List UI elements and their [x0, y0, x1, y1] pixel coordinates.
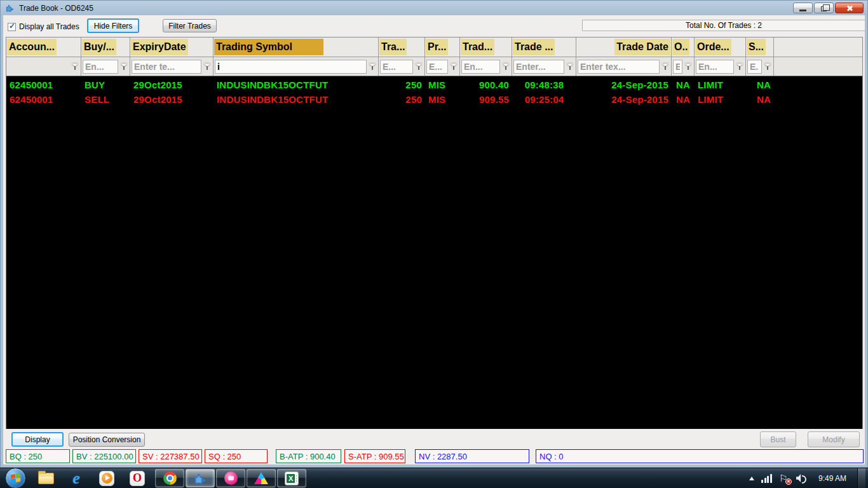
filter-cell-account	[6, 57, 81, 76]
filter-funnel-icon[interactable]	[502, 63, 510, 71]
filter-funnel-icon[interactable]	[684, 63, 693, 71]
minimize-button[interactable]	[793, 3, 813, 13]
status-bar: BQ : 250 BV : 225100.00 SV : 227387.50 S…	[3, 449, 865, 464]
filter-input-traded-qty[interactable]	[380, 60, 413, 74]
col-header-trade-price[interactable]: Trad...	[460, 37, 512, 57]
col-header-trading-symbol[interactable]: Trading Symbol	[214, 37, 379, 57]
filter-cell-buysell	[81, 57, 130, 76]
taskbar-trade-app-button[interactable]	[186, 469, 215, 487]
close-button[interactable]	[835, 3, 864, 13]
cell-expirydate: 29Oct2015	[130, 94, 214, 105]
status-sv: SV : 227387.50	[139, 449, 202, 463]
filter-cell-trading-symbol	[214, 57, 379, 76]
show-hidden-icons-button[interactable]	[749, 477, 754, 480]
trade-row-sell[interactable]: 62450001 SELL 29Oct2015 INDUSINDBK15OCTF…	[6, 92, 862, 107]
status-nv: NV : 2287.50	[415, 449, 529, 463]
start-button[interactable]	[5, 468, 26, 488]
taskbar-media-player-button[interactable]	[98, 470, 115, 487]
cell-order-type: LIMIT	[695, 79, 746, 90]
col-header-o[interactable]: O..	[672, 37, 695, 57]
filter-input-buysell[interactable]	[83, 60, 118, 74]
cell-buysell: BUY	[81, 79, 130, 90]
taskbar-excel-button[interactable]: X	[277, 469, 306, 487]
filter-input-product[interactable]	[426, 60, 448, 74]
status-sq: SQ : 250	[205, 449, 268, 463]
system-tray: ⚐✕ 9:49 AM	[749, 468, 868, 488]
cell-expirydate: 29Oct2015	[130, 79, 214, 90]
col-header-account[interactable]: Accoun...	[6, 37, 81, 57]
filter-funnel-icon[interactable]	[203, 63, 212, 71]
restore-button[interactable]	[814, 3, 834, 13]
filter-funnel-icon[interactable]	[764, 63, 772, 71]
cell-trading-symbol: INDUSINDBK15OCTFUT	[214, 79, 379, 90]
filter-funnel-icon[interactable]	[566, 63, 574, 71]
hide-filters-button[interactable]: Hide Filters	[87, 18, 139, 33]
folder-icon	[38, 473, 54, 484]
filter-funnel-icon[interactable]	[369, 63, 377, 71]
col-header-buysell[interactable]: Buy/...	[81, 37, 130, 57]
position-conversion-button[interactable]: Position Conversion	[69, 433, 145, 447]
filter-input-s[interactable]	[747, 60, 762, 74]
col-header-traded-qty[interactable]: Tra...	[379, 37, 425, 57]
media-player-icon	[99, 471, 114, 486]
col-header-product[interactable]: Pr...	[425, 37, 460, 57]
show-desktop-button[interactable]	[857, 468, 865, 488]
bust-button[interactable]: Bust	[760, 431, 796, 447]
cell-account: 62450001	[6, 94, 81, 105]
status-nq: NQ : 0	[536, 449, 864, 463]
titlebar[interactable]: Trade Book - OD6245	[1, 1, 867, 15]
display-all-trades-label: Display all Trades	[19, 22, 79, 31]
taskbar-opera-button[interactable]: O	[129, 470, 146, 487]
filter-input-trade-price[interactable]	[461, 60, 500, 74]
col-header-order-type[interactable]: Orde...	[695, 37, 746, 57]
pink-app-icon	[224, 471, 238, 485]
filter-input-trade-time[interactable]	[513, 60, 564, 74]
taskbar-chrome-button[interactable]	[155, 469, 184, 487]
cell-s: NA	[746, 94, 774, 105]
taskbar-drive-button[interactable]	[247, 469, 276, 487]
filter-funnel-icon[interactable]	[450, 63, 458, 71]
trade-row-buy[interactable]: 62450001 BUY 29Oct2015 INDUSINDBK15OCTFU…	[6, 78, 862, 92]
toolbar: Display all Trades Hide Filters Filter T…	[3, 15, 865, 36]
filter-trades-button[interactable]: Filter Trades	[163, 19, 217, 32]
close-icon	[846, 4, 853, 12]
cell-trade-price: 900.40	[460, 79, 512, 90]
action-center-flag-icon[interactable]: ⚐✕	[779, 473, 789, 484]
grid-filter-row	[6, 57, 862, 76]
filter-funnel-icon[interactable]	[120, 63, 128, 71]
cell-account: 62450001	[6, 79, 81, 90]
puzzle-app-icon	[5, 3, 15, 13]
filter-input-expirydate[interactable]	[132, 60, 201, 74]
col-header-filler	[774, 37, 862, 57]
col-header-s[interactable]: S...	[746, 37, 774, 57]
taskbar-clock[interactable]: 9:49 AM	[815, 474, 850, 483]
taskbar-pink-app-button[interactable]	[216, 469, 245, 487]
network-signal-icon[interactable]	[761, 474, 772, 483]
taskbar-explorer-button[interactable]	[37, 470, 54, 487]
cell-trading-symbol: INDUSINDBK15OCTFUT	[214, 94, 379, 105]
cell-trade-time: 09:48:38	[512, 79, 576, 90]
filter-funnel-icon[interactable]	[736, 63, 744, 71]
col-header-expirydate[interactable]: ExpiryDate	[130, 37, 214, 57]
volume-icon[interactable]	[796, 473, 808, 483]
filter-cell-traded-qty	[379, 57, 425, 76]
filter-funnel-icon[interactable]	[71, 63, 79, 71]
filter-input-o[interactable]	[673, 60, 682, 74]
filter-funnel-icon[interactable]	[661, 63, 670, 71]
filter-cell-order-type	[695, 57, 746, 76]
filter-input-trading-symbol[interactable]	[215, 60, 367, 74]
filter-funnel-icon[interactable]	[415, 63, 423, 71]
display-all-trades-checkbox[interactable]	[8, 23, 16, 31]
col-header-trade-time[interactable]: Trade ...	[512, 37, 576, 57]
filter-input-order-type[interactable]	[696, 60, 734, 74]
minimize-icon	[799, 10, 806, 11]
cell-o: NA	[672, 94, 695, 105]
cell-trade-date: 24-Sep-2015	[576, 94, 672, 105]
display-button[interactable]: Display	[11, 432, 64, 447]
modify-button[interactable]: Modify	[808, 431, 860, 447]
filter-input-trade-date[interactable]	[578, 60, 660, 74]
col-header-trade-date[interactable]: Trade Date	[576, 37, 672, 57]
opera-icon: O	[130, 471, 145, 486]
cell-order-type: LIMIT	[695, 94, 746, 105]
taskbar-internet-explorer-button[interactable]: e	[68, 470, 85, 487]
